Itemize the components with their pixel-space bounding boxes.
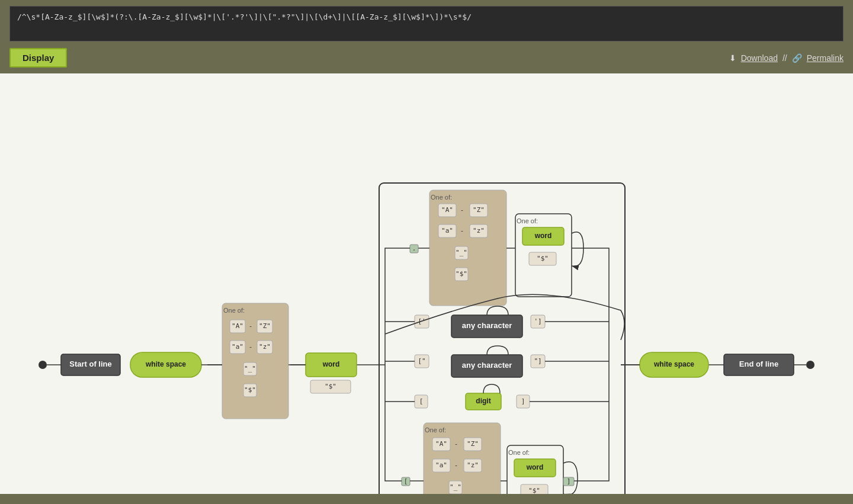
svg-text:[: [ — [419, 397, 424, 405]
svg-text:.: . — [412, 245, 416, 252]
svg-text:"_": "_" — [456, 249, 467, 256]
top-oneof-label: One of: — [431, 194, 452, 201]
svg-text:"a": "a" — [435, 461, 447, 469]
svg-text:-: - — [454, 461, 458, 469]
svg-text:word: word — [526, 463, 544, 471]
bottom-oneof-label: One of: — [425, 426, 446, 434]
end-dot — [806, 361, 814, 369]
download-link[interactable]: Download — [741, 53, 778, 63]
download-icon: ⬇ — [729, 53, 736, 63]
svg-text:"A": "A" — [441, 206, 453, 214]
svg-text:any character: any character — [462, 361, 512, 370]
svg-text:[: [ — [404, 477, 408, 485]
svg-text:"$": "$" — [244, 386, 256, 394]
diagram-area: One of: "A" - "Z" "a" - "z" "_" "$" One … — [0, 73, 853, 494]
permalink-icon: 🔗 — [792, 53, 802, 63]
svg-text:"z": "z" — [467, 461, 479, 469]
svg-text:-: - — [454, 440, 458, 448]
svg-text:white space: white space — [653, 360, 694, 368]
svg-text:]: ] — [521, 397, 525, 405]
svg-text:"Z": "Z" — [467, 440, 479, 448]
separator: // — [783, 53, 787, 63]
svg-text:word: word — [322, 360, 340, 368]
svg-text:"a": "a" — [232, 343, 243, 351]
svg-text:word: word — [534, 232, 552, 240]
svg-text:"a": "a" — [441, 227, 453, 235]
svg-text:"z": "z" — [473, 227, 485, 235]
header: /^\s*[A-Za-z_$][\w$]*(?:\.[A-Za-z_$][\w$… — [0, 0, 853, 73]
svg-text:"z": "z" — [259, 343, 271, 351]
svg-text:any character: any character — [462, 321, 512, 330]
svg-text:-: - — [460, 206, 464, 214]
svg-text:-: - — [249, 322, 253, 330]
svg-text:"$": "$" — [537, 255, 549, 262]
toolbar: Display ⬇ Download // 🔗 Permalink — [9, 48, 844, 68]
svg-text:Start of line: Start of line — [69, 359, 112, 368]
svg-text:-: - — [460, 227, 464, 235]
svg-text:digit: digit — [476, 397, 490, 405]
display-button[interactable]: Display — [9, 48, 67, 68]
regex-input[interactable]: /^\s*[A-Za-z_$][\w$]*(?:\.[A-Za-z_$][\w$… — [9, 6, 844, 41]
svg-text:"$": "$" — [325, 383, 336, 390]
left-oneof-label: One of: — [223, 307, 245, 314]
svg-text:"Z": "Z" — [259, 322, 271, 330]
toolbar-right: ⬇ Download // 🔗 Permalink — [729, 53, 844, 63]
svg-text:"]: "] — [534, 357, 541, 365]
svg-text:-: - — [249, 343, 253, 351]
svg-text:"$": "$" — [456, 270, 467, 278]
svg-text:']: '] — [534, 317, 541, 325]
bottom-right-oneof-label: One of: — [508, 449, 530, 456]
svg-text:"_": "_" — [450, 483, 461, 491]
svg-text:"_": "_" — [244, 365, 256, 373]
svg-text:white space: white space — [145, 360, 186, 368]
svg-text:]: ] — [567, 477, 571, 485]
svg-text:"Z": "Z" — [473, 206, 485, 214]
top-right-oneof-label: One of: — [517, 217, 538, 224]
svg-text:[": [" — [418, 357, 425, 365]
permalink-link[interactable]: Permalink — [807, 53, 844, 63]
svg-text:End of line: End of line — [739, 359, 778, 368]
svg-text:"$": "$" — [528, 487, 540, 494]
svg-text:"A": "A" — [232, 322, 243, 330]
diagram-svg: One of: "A" - "Z" "a" - "z" "_" "$" One … — [0, 73, 853, 494]
svg-text:"A": "A" — [435, 440, 447, 448]
start-dot — [39, 361, 47, 369]
